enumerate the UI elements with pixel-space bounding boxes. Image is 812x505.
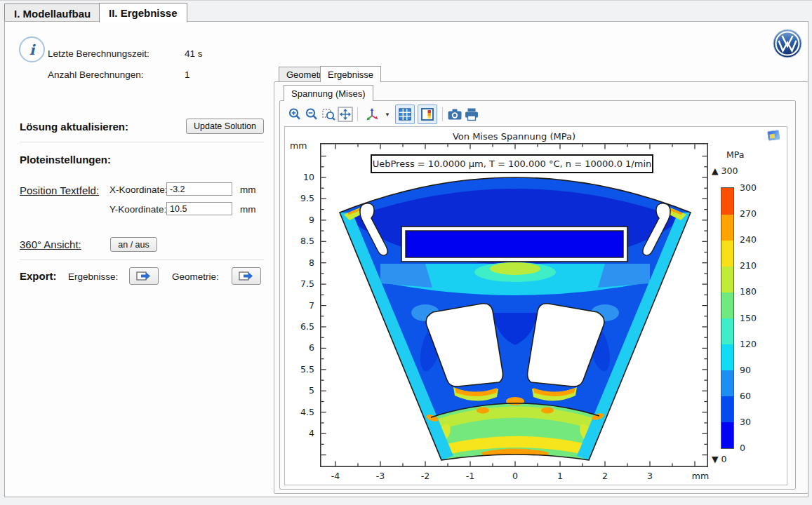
tab-modellaufbau-label: I. Modellaufbau — [14, 8, 91, 20]
tab-spannung-mises-label: Spannung (Mises) — [291, 88, 366, 99]
plot-settings-heading: Ploteinstellungen: — [20, 154, 111, 166]
y-axis-unit: mm — [290, 140, 307, 151]
y-coordinate-label: Y-Koordinate: — [109, 204, 166, 215]
colorbar-tick-label: 180 — [740, 286, 757, 297]
vw-logo — [772, 28, 803, 62]
zoom-in-icon — [288, 107, 302, 121]
colorbar-band — [721, 396, 733, 423]
y-tick-label: 5 — [288, 385, 314, 396]
info-icon: i — [19, 36, 45, 62]
y-tick-label: 8 — [288, 257, 314, 268]
divider — [20, 142, 264, 142]
zoom-box-icon — [321, 107, 335, 121]
tab-modellaufbau[interactable]: I. Modellaufbau — [4, 4, 100, 23]
last-computation-value: 41 s — [185, 48, 203, 59]
position-textfield-label: Position Textfeld: — [20, 184, 99, 196]
x-tick-label: -1 — [460, 471, 481, 481]
zoom-extents-button[interactable] — [337, 106, 354, 123]
tab-ergebnisse[interactable]: II. Ergebnisse — [99, 3, 187, 22]
colorbar — [721, 188, 733, 448]
x-tick-label: -3 — [370, 471, 391, 481]
grid-icon — [399, 108, 411, 121]
zoom-out-button[interactable] — [303, 106, 320, 123]
view-axes-button[interactable] — [361, 106, 382, 123]
magnet-region — [406, 231, 623, 257]
zoom-in-button[interactable] — [286, 106, 303, 123]
computation-count-label: Anzahl Berechnungen: — [48, 69, 144, 80]
colorbar-tick-label: 30 — [740, 417, 751, 427]
zoom-box-button[interactable] — [320, 106, 337, 123]
tab-results-label: Ergebnisse — [328, 69, 373, 80]
x-tick-label: 0 — [505, 471, 526, 481]
plot-title: Von Mises Spannung (MPa) — [320, 131, 708, 142]
x-tick-label: 2 — [594, 471, 615, 481]
view-axes-icon — [364, 107, 380, 122]
update-solution-button[interactable]: Update Solution — [186, 119, 264, 134]
y-tick-label: 4 — [288, 428, 314, 438]
divider — [20, 260, 264, 260]
plot-thumbnail-icon[interactable] — [767, 130, 780, 144]
graphics-area[interactable]: Von Mises Spannung (MPa) mm — [284, 126, 787, 485]
colorbar-tick-label: 270 — [740, 208, 757, 219]
last-computation-label: Letzte Berechnungszeit: — [48, 48, 149, 59]
color-legend-toggle-button[interactable] — [418, 105, 437, 124]
y-tick-label: 9.5 — [288, 193, 314, 203]
colorbar-tick-label: 60 — [740, 391, 751, 401]
app-window: I. Modellaufbau II. Ergebnisse i Letzte … — [0, 0, 812, 505]
printer-icon — [464, 107, 479, 121]
colorbar-tick-label: 0 — [740, 443, 745, 453]
export-geometry-button[interactable] — [232, 267, 261, 285]
colorbar-band — [721, 240, 733, 267]
print-button[interactable] — [463, 106, 480, 123]
y-coordinate-input[interactable] — [166, 202, 232, 215]
plot-annotation-box: UebPress = 10.0000 µm, T = 100.000 °C, n… — [371, 154, 653, 173]
colorbar-tick-label: 150 — [740, 313, 757, 323]
zoom-extents-icon — [338, 107, 353, 122]
y-tick-label: 6.5 — [288, 321, 314, 332]
computation-count-value: 1 — [185, 69, 190, 80]
grid-toggle-button[interactable] — [395, 105, 415, 124]
toolbar-separator — [442, 107, 443, 121]
y-tick-label: 7 — [288, 300, 314, 311]
export-icon — [239, 270, 254, 282]
view-360-toggle-button[interactable]: an / aus — [110, 237, 157, 252]
x-coordinate-input[interactable] — [166, 182, 232, 196]
toolbar-separator — [357, 107, 358, 121]
x-coordinate-label: X-Koordinate: — [109, 184, 168, 195]
colorbar-tick-label: 240 — [740, 234, 757, 245]
y-tick-label: 6 — [288, 342, 314, 353]
x-tick-label: -2 — [415, 471, 436, 481]
y-tick-label: 9 — [288, 215, 314, 225]
colorbar-band — [721, 318, 733, 345]
tab-ergebnisse-label: II. Ergebnisse — [109, 7, 178, 19]
view-axes-dropdown[interactable]: ▼ — [382, 106, 392, 123]
colorbar-band — [721, 188, 733, 215]
colorbar-unit: MPa — [726, 149, 744, 160]
graphics-toolbar: ▼ — [286, 105, 480, 124]
export-geometry-label: Geometrie: — [172, 271, 219, 282]
export-results-button[interactable] — [129, 267, 159, 285]
colorbar-tick-label: 120 — [740, 339, 757, 349]
camera-icon — [447, 107, 462, 121]
y-tick-label: 4.5 — [288, 407, 314, 417]
export-icon — [136, 270, 152, 282]
y-tick-label: 5.5 — [288, 364, 314, 375]
export-heading: Export: — [20, 270, 57, 282]
x-tick-label: 1 — [550, 471, 571, 481]
colorbar-tick-label: 90 — [740, 365, 751, 375]
update-solution-heading: Lösung aktualisieren: — [20, 121, 128, 133]
chevron-down-icon: ▼ — [385, 112, 390, 118]
x-coordinate-unit: mm — [240, 184, 256, 195]
y-tick-label: 10 — [288, 172, 314, 182]
colorbar-band — [721, 214, 733, 241]
snapshot-button[interactable] — [446, 106, 463, 123]
y-coordinate-unit: mm — [240, 204, 256, 215]
tab-spannung-mises[interactable]: Spannung (Mises) — [284, 85, 373, 101]
plot-canvas[interactable] — [320, 143, 708, 467]
x-tick-label: 3 — [639, 471, 660, 481]
colorbar-max-marker: ▲ 300 — [712, 166, 738, 176]
colorbar-band — [721, 344, 733, 371]
view-360-label: 360° Ansicht: — [20, 238, 81, 250]
x-tick-label: -4 — [325, 471, 346, 481]
tab-results[interactable]: Ergebnisse — [320, 66, 381, 82]
